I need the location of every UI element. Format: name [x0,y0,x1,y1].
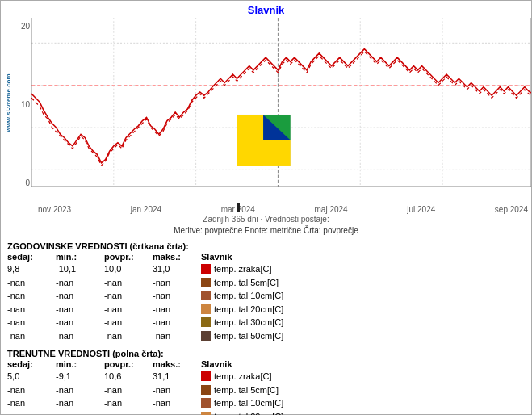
legend-color [201,371,211,381]
legend-color [201,264,211,274]
current-section: TRENUTNE VREDNOSTI (polna črta): sedaj: … [1,344,531,415]
table-row: -nan -nan -nan -nan temp. tal 50cm[C] [7,329,525,343]
chart-title: Slavnik [1,1,531,18]
legend-color [201,412,211,415]
legend-color [201,385,211,395]
table-row: -nan -nan -nan -nan temp. tal 20cm[C] [7,410,525,416]
svg-rect-16 [237,140,291,166]
chart-description: Zadnjih 365 dni · Vrednosti postaje: [1,214,531,224]
chart-svg-area [31,18,531,203]
table-row: -nan -nan -nan -nan temp. tal 30cm[C] [7,316,525,329]
current-table-header: sedaj: min.: povpr.: maks.: Slavnik [7,359,525,369]
table-row: 5,0 -9,1 10,6 31,1 temp. zraka[C] [7,370,525,384]
legend-color [201,278,211,287]
chart-svg [31,18,531,203]
xaxis-labels: nov 2023 jan 2024 mar 2024 maj 2024 jul … [1,203,531,214]
table-row: -nan -nan -nan -nan temp. tal 5cm[C] [7,276,525,290]
legend-color [201,331,211,341]
table-row: -nan -nan -nan -nan temp. tal 5cm[C] [7,384,525,397]
legend-color [201,291,211,300]
marker [237,203,240,212]
legend-color [201,317,211,327]
table-row: -nan -nan -nan -nan temp. tal 10cm[C] [7,289,525,303]
historic-rows: 9,8 -10,1 10,0 31,0 temp. zraka[C] -nan … [7,262,525,342]
historic-table-header: sedaj: min.: povpr.: maks.: Slavnik [7,252,525,262]
current-rows: 5,0 -9,1 10,6 31,1 temp. zraka[C] -nan -… [7,370,525,415]
legend-color [201,304,211,314]
meritve-line: Meritve: povprečne Enote: metrične Črta:… [1,224,531,237]
legend-color [201,398,211,408]
historic-header: ZGODOVINSKE VREDNOSTI (črtkana črta): [7,241,525,251]
table-row: -nan -nan -nan -nan temp. tal 20cm[C] [7,303,525,316]
table-row: 9,8 -10,1 10,0 31,0 temp. zraka[C] [7,262,525,276]
historic-section: ZGODOVINSKE VREDNOSTI (črtkana črta): se… [1,237,531,342]
chart-area: www.si-vreme.com 20 10 0 [1,18,531,203]
sidebar-logo: www.si-vreme.com [5,73,12,132]
table-row: -nan -nan -nan -nan temp. tal 10cm[C] [7,396,525,410]
main-container: Slavnik www.si-vreme.com 20 10 0 [0,0,532,415]
current-header: TRENUTNE VREDNOSTI (polna črta): [7,349,525,358]
